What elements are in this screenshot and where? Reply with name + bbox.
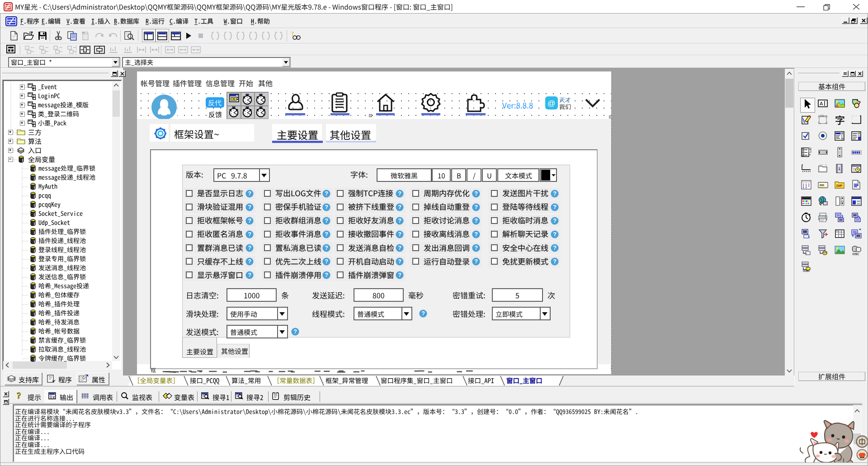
svg-text:CN: CN bbox=[821, 114, 824, 117]
svg-text:?: ? bbox=[553, 204, 557, 210]
svg-text:?: ? bbox=[398, 218, 401, 224]
svg-text:?: ? bbox=[325, 204, 328, 210]
svg-text:?: ? bbox=[398, 190, 401, 197]
svg-text:?: ? bbox=[474, 245, 478, 251]
svg-text:DIP: DIP bbox=[836, 184, 843, 188]
svg-text:?: ? bbox=[398, 245, 401, 251]
svg-text:ODBC: ODBC bbox=[852, 253, 859, 256]
svg-text:A: A bbox=[820, 101, 823, 106]
svg-text:?: ? bbox=[248, 204, 251, 210]
svg-text:?: ? bbox=[325, 258, 328, 265]
svg-text:?: ? bbox=[248, 231, 251, 238]
svg-text:?: ? bbox=[474, 204, 478, 210]
svg-text:?: ? bbox=[421, 310, 425, 317]
svg-text:?: ? bbox=[291, 30, 294, 37]
svg-text:?: ? bbox=[553, 231, 557, 238]
svg-text:ODBC: ODBC bbox=[803, 270, 810, 272]
svg-text:?: ? bbox=[293, 328, 297, 335]
svg-text:?: ? bbox=[553, 218, 557, 224]
svg-text:?: ? bbox=[248, 272, 251, 278]
svg-text:?: ? bbox=[398, 272, 401, 278]
svg-text:@: @ bbox=[547, 99, 555, 108]
svg-text:?: ? bbox=[325, 245, 328, 251]
svg-text:?: ? bbox=[474, 190, 478, 197]
svg-text:?: ? bbox=[248, 218, 251, 224]
svg-text:?: ? bbox=[398, 231, 401, 238]
svg-text:?: ? bbox=[553, 258, 557, 265]
svg-text:?: ? bbox=[398, 204, 401, 210]
svg-text:?: ? bbox=[325, 231, 328, 238]
svg-text:?: ? bbox=[248, 190, 251, 197]
svg-text:?: ? bbox=[325, 218, 328, 224]
svg-text:?: ? bbox=[398, 258, 401, 265]
svg-text:?: ? bbox=[474, 231, 478, 238]
svg-text:?: ? bbox=[474, 258, 478, 265]
svg-text:?: ? bbox=[553, 190, 557, 197]
svg-text:?: ? bbox=[325, 190, 328, 197]
svg-text:1: 1 bbox=[838, 166, 840, 171]
svg-text:?: ? bbox=[325, 272, 328, 278]
svg-text:?: ? bbox=[17, 391, 21, 400]
svg-text:?: ? bbox=[248, 258, 251, 265]
svg-text:?: ? bbox=[248, 245, 251, 251]
svg-text:?: ? bbox=[553, 245, 557, 251]
svg-text:?: ? bbox=[474, 218, 478, 224]
